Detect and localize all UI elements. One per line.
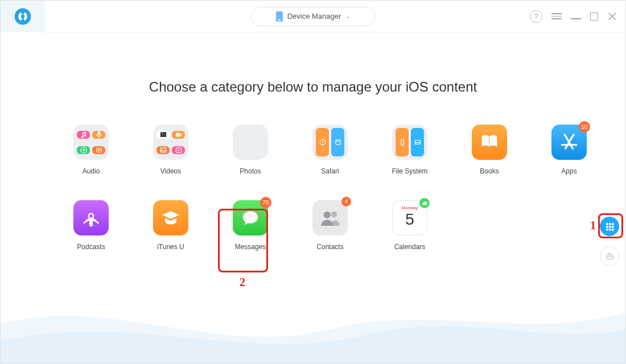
svg-point-11 [161,148,162,150]
category-photos[interactable]: Photos [225,125,276,175]
minimize-button[interactable] [571,14,581,19]
svg-rect-30 [612,226,614,228]
maximize-button[interactable] [590,13,598,20]
messages-badge: 75 [260,197,271,208]
apps-badge: 10 [579,121,590,133]
svg-point-20 [573,134,575,136]
svg-rect-29 [609,226,611,228]
category-grid: Audio Videos Photos [65,125,561,251]
contacts-icon: 4 [312,200,348,235]
podcasts-icon [73,200,109,235]
category-messages[interactable]: 75 Messages [225,200,276,251]
device-manager-dropdown[interactable]: Device Manager ⌄ [251,7,375,26]
calendar-weekday: Monday [402,205,418,210]
annotation-number-1: 1 [590,219,596,232]
category-contacts[interactable]: 4 Contacts [304,200,356,251]
category-label: Apps [561,167,576,175]
svg-point-24 [331,212,337,218]
svg-point-21 [89,214,93,218]
file-system-icon [392,125,427,160]
svg-rect-9 [176,133,180,136]
category-label: Contacts [316,243,343,251]
category-audio[interactable]: Audio [65,125,117,175]
close-button[interactable] [607,11,617,22]
category-label: Books [480,167,499,175]
svg-rect-18 [415,143,420,144]
photos-icon [233,125,268,160]
category-label: iTunes U [157,243,184,251]
category-label: Photos [240,167,261,175]
side-toolbar [600,217,619,266]
category-safari[interactable]: Safari [304,125,356,175]
category-label: File System [392,167,428,175]
calendar-day: 5 [405,210,414,229]
svg-rect-4 [98,149,100,150]
contacts-badge: 4 [341,197,351,206]
svg-point-16 [402,144,402,144]
category-podcasts[interactable]: Podcasts [65,200,117,251]
category-apps[interactable]: 10 Apps [543,125,595,175]
audio-icon [73,125,109,160]
svg-point-7 [160,132,161,133]
annotation-number-2: 2 [240,276,245,289]
messages-icon: 75 [233,200,268,235]
itunes-u-icon [153,200,188,235]
dropdown-label: Device Manager [287,12,341,20]
category-books[interactable]: Books [464,125,515,175]
svg-rect-34 [606,255,612,259]
safari-icon [312,125,348,160]
svg-point-19 [563,134,566,136]
phone-icon [276,11,283,22]
apps-icon: 10 [551,125,587,160]
window-controls: ? [530,10,617,23]
svg-rect-28 [606,226,608,228]
svg-rect-31 [606,229,608,231]
category-label: Messages [235,243,266,251]
category-label: Audio [83,167,100,175]
help-button[interactable]: ? [530,10,542,23]
svg-rect-17 [415,140,420,143]
books-icon [472,125,507,160]
category-label: Podcasts [77,243,105,251]
category-label: Safari [321,167,339,175]
page-title: Choose a category below to manage your i… [1,79,625,95]
category-itunes-u[interactable]: iTunes U [145,200,196,251]
calendars-icon: Monday 5 [392,200,427,235]
app-logo [1,1,45,32]
grid-view-button[interactable] [600,217,619,236]
chevron-down-icon: ⌄ [345,13,350,19]
category-videos[interactable]: Videos [145,125,196,175]
svg-rect-25 [606,223,608,225]
category-calendars[interactable]: Monday 5 Calendars [384,200,435,251]
svg-rect-32 [609,229,611,231]
anytrans-logo-icon [14,7,32,26]
svg-rect-26 [609,223,611,225]
main-content: Choose a category below to manage your i… [1,32,625,363]
videos-icon [153,125,188,160]
menu-button[interactable] [551,11,562,22]
svg-rect-27 [612,223,614,225]
svg-rect-10 [160,147,166,152]
title-bar: Device Manager ⌄ ? [1,1,625,32]
category-file-system[interactable]: File System [384,125,435,175]
category-label: Videos [160,167,181,175]
svg-rect-33 [612,229,614,231]
svg-point-23 [324,212,331,218]
svg-point-0 [15,8,31,24]
decorative-wave [1,289,625,363]
cloud-sync-icon [419,198,430,208]
svg-point-8 [162,132,163,133]
svg-point-22 [89,220,93,227]
svg-rect-14 [335,140,340,144]
toolbox-button[interactable] [600,246,619,266]
app-window: Device Manager ⌄ ? Choose a category bel… [0,0,626,364]
svg-point-2 [83,149,85,151]
category-label: Calendars [394,243,426,251]
svg-rect-5 [160,133,166,137]
